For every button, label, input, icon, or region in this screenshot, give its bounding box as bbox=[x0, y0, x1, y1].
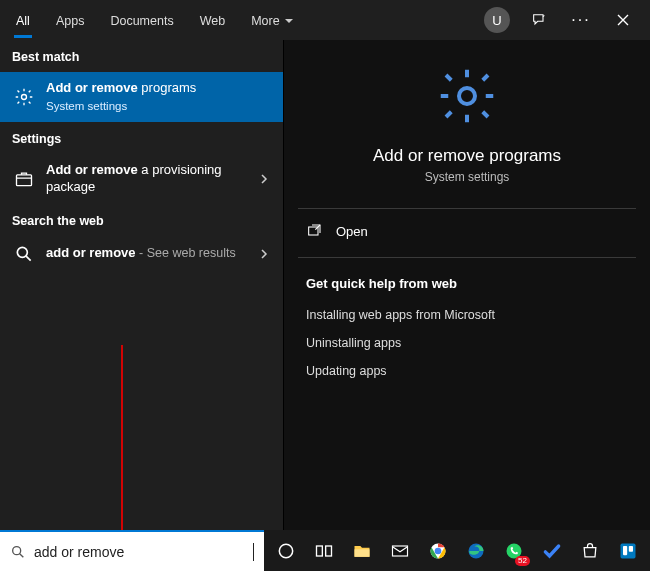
user-avatar[interactable]: U bbox=[484, 7, 510, 33]
result-title-bold: Add or remove bbox=[46, 80, 138, 95]
svg-rect-1 bbox=[17, 175, 32, 186]
settings-header: Settings bbox=[0, 122, 283, 154]
svg-point-7 bbox=[13, 546, 21, 554]
help-link-updating[interactable]: Updating apps bbox=[306, 357, 628, 385]
result-title-bold: add or remove bbox=[46, 245, 136, 260]
text-caret bbox=[253, 543, 254, 561]
taskbar-cortana[interactable] bbox=[272, 537, 300, 565]
gear-icon bbox=[12, 87, 36, 107]
taskbar-taskview[interactable] bbox=[310, 537, 338, 565]
taskbar-chrome[interactable] bbox=[424, 537, 452, 565]
taskbar-store[interactable] bbox=[576, 537, 604, 565]
web-header: Search the web bbox=[0, 204, 283, 236]
result-title-rest: - See web results bbox=[136, 246, 236, 260]
search-input[interactable] bbox=[34, 544, 251, 560]
tab-more-label: More bbox=[251, 14, 279, 28]
search-icon bbox=[10, 544, 26, 560]
scope-tabs: All Apps Documents Web More bbox=[4, 4, 306, 37]
search-icon bbox=[12, 244, 36, 264]
result-title-bold: Add or remove bbox=[46, 162, 138, 177]
taskbar-todo[interactable] bbox=[538, 537, 566, 565]
svg-rect-11 bbox=[355, 549, 370, 557]
chevron-right-icon bbox=[255, 249, 273, 259]
help-header: Get quick help from web bbox=[306, 276, 628, 291]
svg-rect-12 bbox=[393, 546, 408, 556]
svg-rect-10 bbox=[326, 546, 332, 556]
result-best-match[interactable]: Add or remove programs System settings bbox=[0, 72, 283, 122]
detail-panel: Add or remove programs System settings O… bbox=[283, 40, 650, 530]
svg-point-0 bbox=[22, 94, 27, 99]
tab-web[interactable]: Web bbox=[188, 4, 237, 37]
options-button[interactable]: ··· bbox=[568, 7, 594, 33]
svg-rect-19 bbox=[629, 546, 633, 552]
gear-icon bbox=[437, 66, 497, 130]
results-panel: Best match Add or remove programs System… bbox=[0, 40, 283, 530]
detail-subtitle: System settings bbox=[425, 170, 510, 184]
svg-point-2 bbox=[17, 247, 27, 257]
tab-documents[interactable]: Documents bbox=[98, 4, 185, 37]
best-match-header: Best match bbox=[0, 40, 283, 72]
open-action[interactable]: Open bbox=[284, 209, 650, 253]
tab-all[interactable]: All bbox=[4, 4, 42, 37]
chevron-right-icon bbox=[255, 174, 273, 184]
result-web-search[interactable]: add or remove - See web results bbox=[0, 236, 283, 272]
chevron-down-icon bbox=[284, 16, 294, 26]
taskbar-edge[interactable] bbox=[462, 537, 490, 565]
open-icon bbox=[306, 223, 322, 239]
result-title-rest: programs bbox=[138, 80, 197, 95]
open-label: Open bbox=[336, 224, 368, 239]
svg-point-14 bbox=[435, 547, 442, 554]
search-box[interactable] bbox=[0, 530, 264, 571]
taskbar-explorer[interactable] bbox=[348, 537, 376, 565]
taskbar-mail[interactable] bbox=[386, 537, 414, 565]
svg-rect-9 bbox=[317, 546, 323, 556]
package-icon bbox=[12, 169, 36, 189]
help-link-installing[interactable]: Installing web apps from Microsoft bbox=[306, 301, 628, 329]
tab-more[interactable]: More bbox=[239, 4, 305, 37]
svg-point-8 bbox=[279, 544, 292, 557]
feedback-icon[interactable] bbox=[526, 7, 552, 33]
notification-badge: 52 bbox=[515, 556, 530, 566]
help-link-uninstalling[interactable]: Uninstalling apps bbox=[306, 329, 628, 357]
result-settings-provisioning[interactable]: Add or remove a provisioning package bbox=[0, 154, 283, 204]
svg-point-5 bbox=[459, 88, 475, 104]
result-subtitle: System settings bbox=[46, 99, 273, 114]
header-actions: U ··· bbox=[484, 7, 642, 33]
tab-apps[interactable]: Apps bbox=[44, 4, 97, 37]
detail-title: Add or remove programs bbox=[373, 146, 561, 166]
taskbar: 52 bbox=[264, 530, 650, 571]
taskbar-whatsapp[interactable]: 52 bbox=[500, 537, 528, 565]
svg-rect-18 bbox=[623, 546, 627, 555]
search-header: All Apps Documents Web More U ··· bbox=[0, 0, 650, 40]
close-button[interactable] bbox=[610, 7, 636, 33]
taskbar-trello[interactable] bbox=[614, 537, 642, 565]
svg-rect-17 bbox=[621, 543, 636, 558]
